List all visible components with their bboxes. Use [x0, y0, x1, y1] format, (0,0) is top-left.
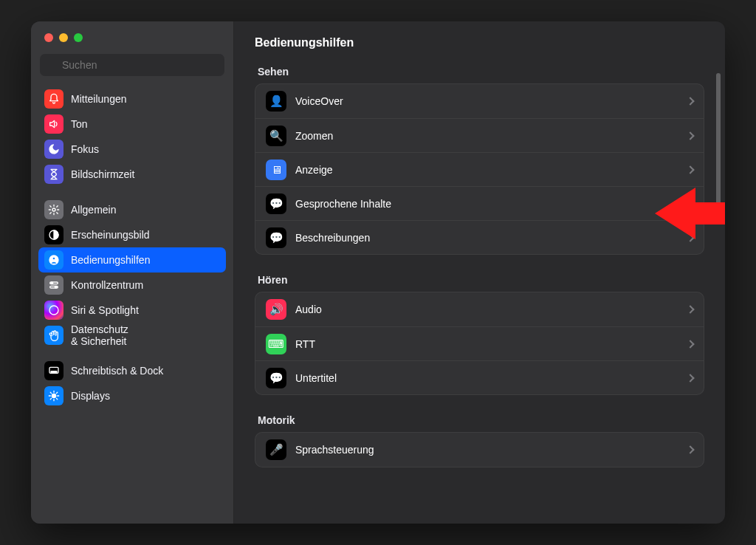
- row-label: Beschreibungen: [295, 232, 678, 244]
- sidebar-item-datenschutz-sicherheit[interactable]: Datenschutz& Sicherheit: [38, 323, 226, 348]
- content-pane: Bedienungshilfen Sehen👤VoiceOver🔍Zoomen🖥…: [234, 21, 725, 524]
- sidebar-item-label: Displays: [71, 390, 110, 402]
- sidebar-item-label: Erscheinungsbild: [71, 229, 150, 241]
- chevron-right-icon: [686, 97, 694, 105]
- minimize-icon[interactable]: [59, 33, 68, 42]
- section-list: 🎤Sprachsteuerung: [255, 432, 704, 467]
- row-icon: 🔍: [266, 126, 286, 146]
- svg-point-8: [51, 282, 53, 284]
- row-gesprochene-inhalte[interactable]: 💬Gesprochene Inhalte: [255, 186, 704, 220]
- chevron-right-icon: [686, 165, 694, 174]
- sidebar-item-bildschirmzeit[interactable]: Bildschirmzeit: [38, 162, 226, 187]
- siri-icon: [44, 301, 63, 320]
- section-heading: Motorik: [258, 414, 701, 426]
- svg-point-9: [55, 286, 57, 288]
- row-label: Sprachsteuerung: [295, 444, 678, 456]
- sidebar-item-label: Allgemein: [71, 204, 116, 216]
- sidebar-nav: MitteilungenTonFokusBildschirmzeitAllgem…: [31, 82, 233, 524]
- row-label: Anzeige: [295, 164, 678, 176]
- row-sprachsteuerung[interactable]: 🎤Sprachsteuerung: [255, 433, 704, 467]
- sidebar-item-mitteilungen[interactable]: Mitteilungen: [38, 86, 226, 112]
- sidebar-item-erscheinungsbild[interactable]: Erscheinungsbild: [38, 222, 226, 247]
- row-label: RTT: [295, 338, 678, 350]
- row-audio[interactable]: 🔊Audio: [255, 292, 704, 326]
- settings-window: MitteilungenTonFokusBildschirmzeitAllgem…: [31, 21, 725, 524]
- sun-icon: [44, 386, 63, 405]
- row-icon: 💬: [266, 227, 286, 248]
- row-label: Gesprochene Inhalte: [295, 198, 678, 210]
- dock-icon: [44, 361, 63, 380]
- svg-point-10: [49, 306, 58, 315]
- row-label: Zoomen: [295, 130, 678, 142]
- row-icon: 👤: [266, 91, 286, 112]
- sidebar-item-allgemein[interactable]: Allgemein: [38, 197, 226, 222]
- svg-point-5: [52, 257, 55, 260]
- row-icon: 🔊: [266, 299, 286, 320]
- chevron-right-icon: [686, 233, 694, 241]
- switches-icon: [44, 275, 63, 295]
- row-icon: 💬: [266, 193, 286, 214]
- sidebar-item-label: Bildschirmzeit: [71, 168, 134, 180]
- row-label: Untertitel: [295, 372, 678, 384]
- sidebar-item-label: Schreibtisch & Dock: [71, 365, 163, 377]
- contrast-icon: [44, 225, 63, 244]
- row-icon: 🖥: [266, 160, 286, 180]
- person-icon: [44, 250, 63, 270]
- sidebar: MitteilungenTonFokusBildschirmzeitAllgem…: [31, 21, 234, 524]
- row-untertitel[interactable]: 💬Untertitel: [255, 360, 704, 394]
- sidebar-item-label: Ton: [71, 118, 88, 130]
- zoom-icon[interactable]: [74, 33, 83, 42]
- row-anzeige[interactable]: 🖥Anzeige: [255, 152, 704, 186]
- chevron-right-icon: [686, 340, 694, 348]
- svg-point-2: [52, 208, 55, 211]
- sidebar-item-fokus[interactable]: Fokus: [38, 137, 226, 162]
- chevron-right-icon: [686, 445, 694, 453]
- window-controls: [31, 21, 233, 54]
- moon-icon: [44, 140, 63, 159]
- sidebar-item-displays[interactable]: Displays: [38, 383, 226, 408]
- hand-icon: [44, 326, 63, 345]
- row-icon: 💬: [266, 368, 286, 388]
- sidebar-item-label: Kontrollzentrum: [71, 279, 143, 291]
- hourglass-icon: [44, 165, 63, 184]
- search-input[interactable]: [40, 54, 224, 76]
- row-rtt[interactable]: ⌨RTT: [255, 326, 704, 360]
- scrollbar[interactable]: [716, 73, 721, 221]
- sidebar-item-schreibtisch-dock[interactable]: Schreibtisch & Dock: [38, 358, 226, 383]
- sidebar-item-siri-spotlight[interactable]: Siri & Spotlight: [38, 298, 226, 323]
- row-icon: 🎤: [266, 439, 286, 460]
- chevron-right-icon: [686, 199, 694, 208]
- bell-icon: [44, 89, 63, 109]
- sidebar-item-label: Bedienungshilfen: [71, 254, 150, 266]
- sidebar-item-label: Mitteilungen: [71, 93, 127, 105]
- svg-point-13: [52, 394, 55, 397]
- gear-icon: [44, 200, 63, 219]
- sidebar-item-kontrollzentrum[interactable]: Kontrollzentrum: [38, 272, 226, 298]
- row-icon: ⌨: [266, 334, 286, 354]
- sidebar-item-label: Datenschutz& Sicherheit: [71, 323, 128, 347]
- row-label: VoiceOver: [295, 95, 678, 107]
- close-icon[interactable]: [44, 33, 53, 42]
- chevron-right-icon: [686, 131, 694, 140]
- chevron-right-icon: [686, 305, 694, 313]
- row-voiceover[interactable]: 👤VoiceOver: [255, 84, 704, 118]
- row-beschreibungen[interactable]: 💬Beschreibungen: [255, 220, 704, 254]
- sidebar-item-bedienungshilfen[interactable]: Bedienungshilfen: [38, 247, 226, 272]
- chevron-right-icon: [686, 374, 694, 382]
- section-list: 👤VoiceOver🔍Zoomen🖥Anzeige💬Gesprochene In…: [255, 83, 704, 255]
- section-list: 🔊Audio⌨RTT💬Untertitel: [255, 292, 704, 395]
- sidebar-item-label: Siri & Spotlight: [71, 304, 139, 316]
- row-label: Audio: [295, 304, 678, 315]
- section-heading: Sehen: [258, 66, 701, 78]
- sidebar-item-ton[interactable]: Ton: [38, 112, 226, 137]
- sidebar-item-label: Fokus: [71, 143, 99, 155]
- page-title: Bedienungshilfen: [255, 36, 704, 49]
- row-zoomen[interactable]: 🔍Zoomen: [255, 118, 704, 152]
- section-heading: Hören: [258, 274, 701, 286]
- svg-rect-12: [51, 371, 57, 373]
- speaker-icon: [44, 114, 63, 134]
